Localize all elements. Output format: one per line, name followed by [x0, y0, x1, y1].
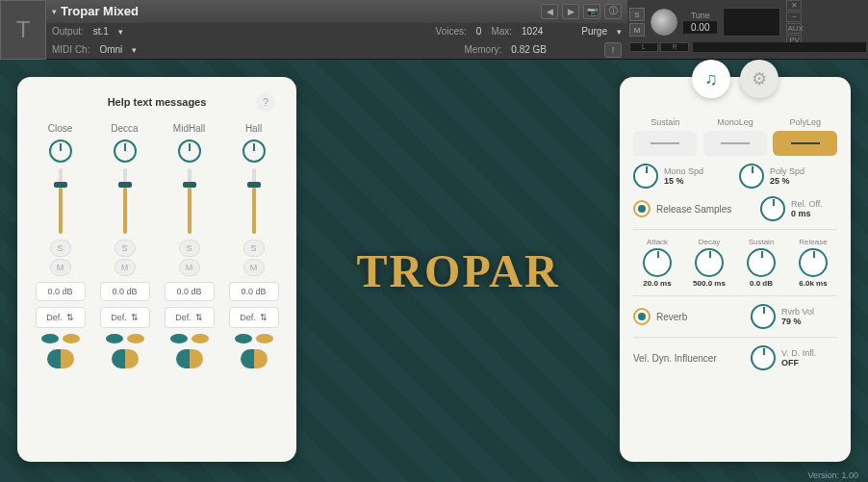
- rvrb-vol-knob[interactable]: [751, 304, 776, 329]
- help-button[interactable]: ?: [256, 92, 275, 112]
- mic-solo-button[interactable]: S: [243, 240, 265, 257]
- tab-settings[interactable]: ⚙: [740, 60, 779, 98]
- mic-mute-button[interactable]: M: [243, 259, 265, 276]
- close-icon[interactable]: ✕: [786, 0, 802, 11]
- level-meter: [723, 8, 780, 37]
- mic-output-select[interactable]: Def. ⇅: [229, 307, 279, 328]
- info-icon[interactable]: ⓘ: [604, 4, 622, 19]
- purge-dropdown-icon[interactable]: ▾: [617, 27, 622, 37]
- snapshot-icon[interactable]: 📷: [583, 4, 600, 19]
- rel-off-knob[interactable]: [760, 196, 785, 221]
- mute-button[interactable]: M: [629, 23, 645, 37]
- center-logo-area: TROPAR: [314, 77, 602, 465]
- adsr-value: 20.0 ms: [643, 279, 671, 288]
- mic-pan-knob[interactable]: [241, 349, 268, 368]
- mic-label: Decca: [111, 123, 138, 134]
- tune-value[interactable]: 0.00: [683, 21, 717, 34]
- tune-label: Tune: [691, 11, 710, 20]
- mic-output-select[interactable]: Def. ⇅: [100, 307, 150, 328]
- aux-button[interactable]: AUX: [786, 23, 802, 34]
- adsr-knob[interactable]: [643, 248, 672, 277]
- mic-solo-button[interactable]: S: [115, 240, 136, 257]
- purge-label[interactable]: Purge: [581, 26, 607, 37]
- mic-width-control[interactable]: [39, 334, 82, 343]
- max-label: Max:: [491, 26, 512, 37]
- mic-output-select[interactable]: Def. ⇅: [36, 307, 86, 328]
- mono-spd-knob[interactable]: [633, 164, 658, 189]
- adsr-knob[interactable]: [695, 248, 724, 277]
- updown-icon: ⇅: [195, 313, 203, 322]
- vdi-knob[interactable]: [751, 345, 776, 370]
- adsr-value: 500.0 ms: [693, 279, 726, 288]
- voices-value: 0: [476, 26, 482, 37]
- mono-spd-label: Mono Spd: [664, 166, 703, 176]
- title-dropdown-icon[interactable]: ▾: [52, 7, 57, 16]
- artic-button[interactable]: [773, 131, 837, 156]
- mic-pan-knob[interactable]: [176, 349, 203, 368]
- mic-solo-button[interactable]: S: [179, 240, 200, 257]
- vdi-value: OFF: [781, 358, 816, 368]
- mic-fader[interactable]: [59, 168, 63, 234]
- mic-mute-button[interactable]: M: [115, 259, 136, 276]
- mic-solo-button[interactable]: S: [50, 240, 71, 257]
- mic-power-button[interactable]: [114, 140, 137, 163]
- volume-slider[interactable]: [693, 42, 866, 52]
- instrument-title: Tropar Mixed: [61, 4, 139, 18]
- mixer-channel: Hall S M 0.0 dB Def. ⇅: [224, 123, 283, 450]
- prev-icon[interactable]: ◀: [541, 4, 558, 19]
- reverb-label: Reverb: [656, 312, 743, 322]
- help-text: Help text messages: [108, 96, 207, 108]
- mic-pan-knob[interactable]: [47, 349, 74, 368]
- mic-label: Close: [48, 123, 73, 134]
- artic-button[interactable]: [633, 131, 698, 156]
- output-value[interactable]: st.1: [93, 26, 109, 37]
- artic-label: Sustain: [651, 117, 679, 127]
- mic-output-select[interactable]: Def. ⇅: [165, 307, 215, 328]
- tune-knob[interactable]: [651, 9, 677, 36]
- adsr-knob[interactable]: [747, 248, 776, 277]
- articulation-row: Sustain MonoLeg PolyLeg: [633, 117, 837, 156]
- mic-db-readout[interactable]: 0.0 dB: [165, 282, 215, 301]
- mic-pan-knob[interactable]: [112, 349, 139, 368]
- memory-value: 0.82 GB: [511, 44, 547, 55]
- instrument-icon: T: [0, 0, 46, 60]
- exclaim-icon[interactable]: !: [604, 42, 622, 58]
- midi-value[interactable]: Omni: [99, 44, 122, 55]
- artic-label: PolyLeg: [789, 117, 821, 127]
- mic-fader[interactable]: [188, 168, 191, 234]
- mic-fader[interactable]: [252, 168, 256, 234]
- output-dropdown-icon[interactable]: ▾: [118, 27, 123, 37]
- mic-db-readout[interactable]: 0.0 dB: [229, 282, 279, 301]
- artic-button[interactable]: [703, 131, 768, 156]
- articulation-panel: ♫ ⚙ Sustain MonoLeg PolyLeg Mono Spd 15 …: [620, 77, 851, 462]
- solo-button[interactable]: S: [629, 8, 645, 21]
- next-icon[interactable]: ▶: [562, 4, 579, 19]
- mic-db-readout[interactable]: 0.0 dB: [36, 282, 86, 301]
- mic-power-button[interactable]: [243, 140, 266, 163]
- midi-dropdown-icon[interactable]: ▾: [132, 45, 137, 55]
- mic-power-button[interactable]: [178, 140, 201, 163]
- mic-width-control[interactable]: [104, 334, 146, 343]
- pan-r-label: R: [660, 42, 689, 52]
- mic-width-control[interactable]: [168, 334, 211, 343]
- poly-spd-value: 25 %: [770, 176, 804, 186]
- max-value[interactable]: 1024: [522, 26, 543, 37]
- adsr-label: Decay: [699, 238, 721, 246]
- mono-spd-value: 15 %: [664, 176, 703, 186]
- mic-width-control[interactable]: [233, 334, 275, 343]
- mixer-channel: Close S M 0.0 dB Def. ⇅: [31, 123, 89, 450]
- mic-mute-button[interactable]: M: [50, 259, 71, 276]
- mic-power-button[interactable]: [49, 140, 72, 163]
- divider: [633, 295, 837, 296]
- tab-performance[interactable]: ♫: [692, 60, 730, 98]
- adsr-knob[interactable]: [799, 248, 828, 277]
- output-label: Output:: [52, 26, 84, 37]
- mic-fader[interactable]: [123, 168, 127, 234]
- mic-db-readout[interactable]: 0.0 dB: [100, 282, 150, 301]
- release-samples-toggle[interactable]: [633, 200, 651, 217]
- mic-mute-button[interactable]: M: [179, 259, 200, 276]
- minimize-icon[interactable]: −: [786, 12, 802, 22]
- rvrb-vol-label: Rvrb Vol: [781, 307, 814, 317]
- poly-spd-knob[interactable]: [739, 164, 764, 189]
- reverb-toggle[interactable]: [633, 308, 651, 325]
